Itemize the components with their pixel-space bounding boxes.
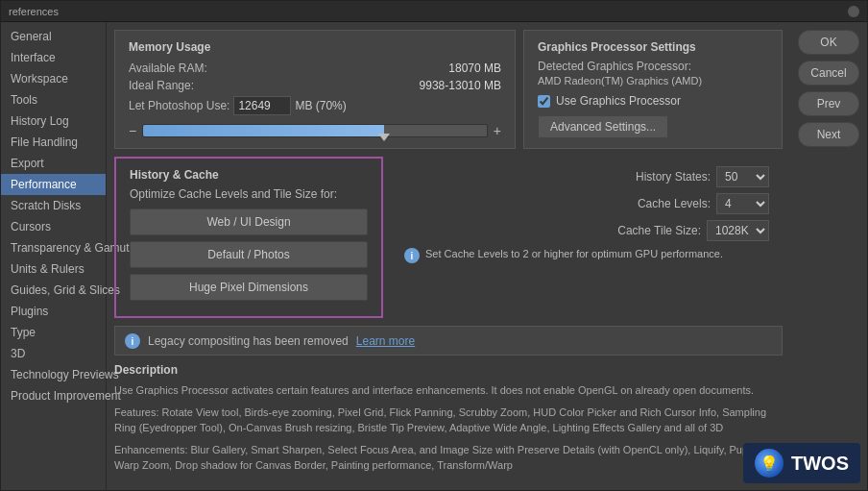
- slider-thumb: [378, 134, 390, 141]
- title-bar: references: [1, 1, 867, 22]
- advanced-settings-button[interactable]: Advanced Settings...: [538, 115, 668, 138]
- cache-levels-select[interactable]: 4 2 6 8: [716, 193, 769, 214]
- dialog-buttons: OK Cancel Prev Next: [790, 22, 867, 490]
- info-icon: i: [404, 248, 420, 263]
- sidebar-item-interface[interactable]: Interface: [1, 47, 106, 68]
- next-button[interactable]: Next: [798, 122, 859, 147]
- sidebar-item-scratch-disks[interactable]: Scratch Disks: [1, 195, 106, 216]
- description-paragraph-3: Enhancements: Blur Gallery, Smart Sharpe…: [114, 442, 783, 474]
- history-cache-title: History & Cache: [130, 168, 368, 182]
- huge-pixel-button[interactable]: Huge Pixel Dimensions: [130, 274, 368, 301]
- legacy-text: Legacy compositing has been removed: [148, 334, 349, 348]
- sidebar: General Interface Workspace Tools Histor…: [1, 22, 107, 490]
- available-ram-value: 18070 MB: [448, 61, 501, 75]
- content-area: Memory Usage Available RAM: 18070 MB Ide…: [107, 22, 790, 490]
- learn-more-link[interactable]: Learn more: [356, 334, 415, 348]
- description-paragraph-2: Features: Rotate View tool, Birds-eye zo…: [114, 405, 783, 436]
- cache-levels-label: Cache Levels:: [638, 197, 711, 210]
- ideal-range-value: 9938-13010 MB: [420, 79, 501, 92]
- cancel-button[interactable]: Cancel: [798, 61, 859, 86]
- sidebar-item-performance[interactable]: Performance: [1, 174, 106, 195]
- use-gpu-checkbox[interactable]: [538, 95, 550, 108]
- detected-label: Detected Graphics Processor:: [538, 60, 768, 73]
- prev-button[interactable]: Prev: [798, 91, 859, 116]
- history-cache-panel: History & Cache Optimize Cache Levels an…: [114, 157, 383, 318]
- detected-value: AMD Radeon(TM) Graphics (AMD): [538, 75, 768, 86]
- sidebar-item-history-log[interactable]: History Log: [1, 110, 106, 132]
- watermark-icon: 💡: [755, 449, 784, 478]
- let-photoshop-label: Let Photoshop Use:: [129, 99, 229, 112]
- sidebar-item-export[interactable]: Export: [1, 153, 106, 174]
- memory-unit: MB (70%): [295, 99, 346, 112]
- cache-tile-size-label: Cache Tile Size:: [617, 224, 701, 237]
- sidebar-item-general[interactable]: General: [1, 26, 106, 47]
- history-states-select[interactable]: 50 20 100: [716, 166, 769, 187]
- close-button[interactable]: [848, 6, 859, 17]
- sidebar-item-tools[interactable]: Tools: [1, 89, 106, 110]
- available-ram-label: Available RAM:: [129, 61, 207, 75]
- web-ui-design-button[interactable]: Web / UI Design: [130, 209, 368, 235]
- watermark: 💡 TWOS: [743, 443, 860, 483]
- legacy-notice: i Legacy compositing has been removed Le…: [114, 326, 783, 356]
- description-title: Description: [114, 363, 783, 377]
- legacy-info-icon: i: [125, 333, 140, 349]
- sidebar-item-technology-previews[interactable]: Technology Previews: [1, 364, 106, 385]
- sidebar-item-cursors[interactable]: Cursors: [1, 216, 106, 237]
- watermark-text: TWOS: [791, 453, 849, 475]
- use-gpu-label[interactable]: Use Graphics Processor: [556, 94, 681, 108]
- sidebar-item-plugins[interactable]: Plugins: [1, 301, 106, 322]
- gpu-notice: i Set Cache Levels to 2 or higher for op…: [404, 247, 769, 263]
- slider-fill: [143, 125, 383, 136]
- history-states-label: History States:: [636, 170, 711, 184]
- sidebar-item-3d[interactable]: 3D: [1, 343, 106, 364]
- sidebar-item-file-handling[interactable]: File Handling: [1, 132, 106, 153]
- description-section: Description Use Graphics Processor activ…: [114, 363, 783, 483]
- photoshop-memory-input[interactable]: [233, 96, 291, 115]
- memory-slider[interactable]: [142, 124, 488, 137]
- graphics-panel-title: Graphics Processor Settings: [538, 40, 768, 54]
- gpu-notice-text: Set Cache Levels to 2 or higher for opti…: [425, 247, 723, 261]
- default-photos-button[interactable]: Default / Photos: [130, 241, 368, 268]
- slider-minus-icon[interactable]: −: [129, 123, 136, 138]
- ideal-range-label: Ideal Range:: [129, 79, 194, 92]
- sidebar-item-type[interactable]: Type: [1, 322, 106, 343]
- sidebar-item-units-rulers[interactable]: Units & Rulers: [1, 258, 106, 280]
- right-cache-panel: History States: 50 20 100 Cache Levels: …: [391, 157, 783, 318]
- sidebar-item-transparency-gamut[interactable]: Transparency & Gamut: [1, 237, 106, 258]
- sidebar-item-product-improvement[interactable]: Product Improvement: [1, 385, 106, 406]
- window-title: references: [9, 6, 59, 17]
- description-paragraph-1: Use Graphics Processor activates certain…: [114, 382, 783, 399]
- history-cache-subtitle: Optimize Cache Levels and Tile Size for:: [130, 187, 368, 201]
- memory-usage-panel: Memory Usage Available RAM: 18070 MB Ide…: [114, 30, 516, 149]
- memory-usage-title: Memory Usage: [129, 40, 501, 54]
- sidebar-item-workspace[interactable]: Workspace: [1, 68, 106, 89]
- graphics-panel: Graphics Processor Settings Detected Gra…: [523, 30, 783, 149]
- sidebar-item-guides-grid-slices[interactable]: Guides, Grid & Slices: [1, 280, 106, 301]
- slider-plus-icon[interactable]: +: [494, 123, 501, 138]
- cache-tile-size-select[interactable]: 1028K 512K 256K 128K: [707, 220, 769, 241]
- ok-button[interactable]: OK: [798, 30, 859, 55]
